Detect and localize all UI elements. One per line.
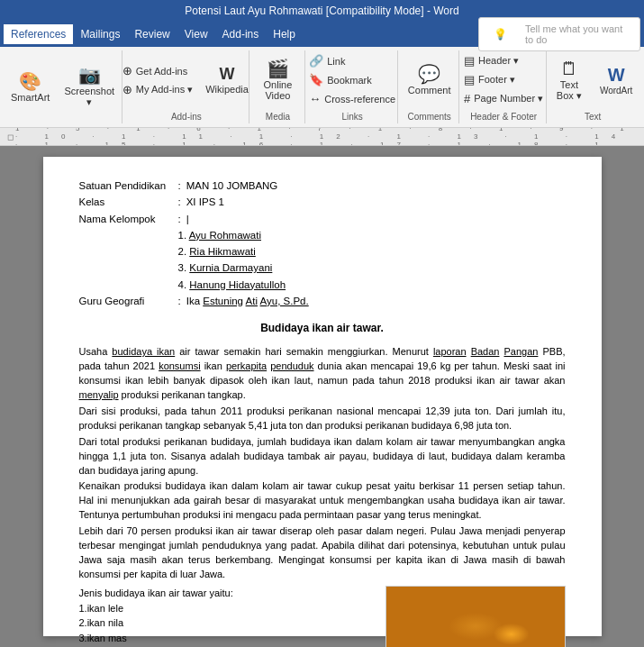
screenshot-icon: 📷 [78, 66, 101, 84]
list-title: Jenis budidaya ikan air tawar yaitu: [79, 586, 376, 601]
paragraph-4: Kenaikan produksi budidaya ikan dalam ko… [79, 479, 566, 523]
wordart-button[interactable]: W WordArt [594, 62, 639, 99]
header-footer-label: Header & Footer [470, 108, 537, 122]
document-title: Budidaya ikan air tawar. [79, 320, 566, 336]
cross-reference-icon: ↔ [309, 92, 321, 105]
paragraph-5: Lebih dari 70 persen produksi ikan air t… [79, 524, 566, 582]
bookmark-icon: 🔖 [309, 73, 323, 87]
list-section: Jenis budidaya ikan air tawar yaitu: 1.i… [79, 586, 376, 647]
menu-help[interactable]: Help [266, 24, 303, 44]
menu-view[interactable]: View [177, 24, 215, 44]
addins-label: Add-ins [171, 108, 202, 122]
ruler: ◻ · 2 · 1 · 1 · 1 · 1 · 2 · 1 · 3 · 1 · … [0, 128, 644, 146]
document-area: Satuan Pendidikan : MAN 10 JOMBANG Kelas… [0, 146, 644, 647]
smartart-icon: 🎨 [19, 72, 41, 90]
ribbon: 🎨 SmartArt 📷 Screenshot ▾ ⊕ Get Add-ins … [0, 47, 644, 128]
info-row-nama: Nama Kelompok : | [79, 212, 566, 227]
paragraph-3: Dari total produksi perikanan budidaya, … [79, 435, 566, 478]
ribbon-group-text: 🗒 TextBox ▾ W WordArt Text [549, 50, 637, 123]
comments-label: Comments [408, 108, 451, 122]
get-addins-icon: ⊕ [122, 64, 132, 77]
menu-mailings[interactable]: Mailings [73, 24, 127, 44]
footer-icon: ▤ [464, 73, 475, 87]
screenshot-button[interactable]: 📷 Screenshot ▾ [58, 62, 122, 112]
info-row-member3: 3. Kurnia Darmayani [79, 260, 566, 276]
header-icon: ▤ [464, 54, 475, 68]
ribbon-group-illustrations: 🎨 SmartArt 📷 Screenshot ▾ [7, 50, 122, 123]
ribbon-group-links: 🔗 Link 🔖 Bookmark ↔ Cross-reference Link… [307, 50, 399, 123]
ribbon-group-comments: 💬 Comment Comments [400, 50, 459, 123]
fish-image [385, 586, 566, 647]
fish-image-content [386, 587, 565, 647]
bookmark-button[interactable]: 🔖 Bookmark [305, 71, 399, 88]
info-row-satuan: Satuan Pendidikan : MAN 10 JOMBANG [79, 178, 566, 194]
my-addins-icon: ⊕ [122, 83, 132, 96]
wikipedia-button[interactable]: W Wikipedia [200, 62, 254, 98]
wikipedia-icon: W [220, 66, 235, 82]
comment-icon: 💬 [418, 65, 440, 83]
text-box-button[interactable]: 🗒 TextBox ▾ [548, 56, 591, 105]
ribbon-group-addins: ⊕ Get Add-ins ⊕ My Add-ins ▾ W Wikipedia… [124, 50, 249, 123]
menu-addins[interactable]: Add-ins [215, 24, 267, 44]
footer-button[interactable]: ▤ Footer ▾ [460, 71, 547, 88]
get-add-ins-button[interactable]: ⊕ Get Add-ins [119, 62, 196, 79]
menu-references[interactable]: References [4, 24, 73, 44]
title-text: Potensi Laut Ayu Rohmawati [Compatibilit… [185, 5, 458, 17]
menu-review[interactable]: Review [127, 24, 177, 44]
menu-bar: References Mailings Review View Add-ins … [0, 22, 644, 47]
paragraph-1: Usaha budidaya ikan air tawar semakin ha… [79, 345, 566, 403]
info-row-guru: Guru Geografi : Ika Estuning Ati Ayu, S.… [79, 294, 566, 309]
info-row-member1: 1. Ayu Rohmawati [79, 228, 566, 243]
tell-me-box[interactable]: 💡 Tell me what you want to do [478, 17, 640, 51]
comment-button[interactable]: 💬 Comment [403, 61, 457, 99]
ribbon-group-media: 🎬 OnlineVideo Media [251, 50, 305, 123]
ribbon-group-header-footer: ▤ Header ▾ ▤ Footer ▾ # Page Number ▾ He… [461, 50, 547, 123]
my-add-ins-button[interactable]: ⊕ My Add-ins ▾ [119, 81, 196, 98]
header-button[interactable]: ▤ Header ▾ [460, 52, 547, 69]
link-icon: 🔗 [309, 54, 323, 68]
list-item-2: 2.ikan nila [79, 615, 376, 631]
wordart-icon: W [608, 66, 625, 84]
online-video-button[interactable]: 🎬 OnlineVideo [256, 56, 299, 105]
page-number-icon: # [464, 92, 470, 105]
lightbulb-icon: 💡 [486, 24, 514, 44]
video-icon: 🎬 [267, 59, 289, 77]
document-info: Satuan Pendidikan : MAN 10 JOMBANG Kelas… [79, 178, 566, 309]
list-item-1: 1.ikan lele [79, 601, 376, 616]
text-box-icon: 🗒 [560, 59, 578, 77]
list-item-3: 3.ikan mas [79, 631, 376, 646]
info-row-member2: 2. Ria Hikmawati [79, 244, 566, 260]
text-label: Text [585, 108, 601, 122]
bottom-section: Jenis budidaya ikan air tawar yaitu: 1.i… [79, 586, 566, 647]
smartart-button[interactable]: 🎨 SmartArt [7, 68, 54, 106]
info-row-kelas: Kelas : XI IPS 1 [79, 195, 566, 210]
page-number-button[interactable]: # Page Number ▾ [460, 90, 547, 107]
paragraph-2: Dari sisi produksi, pada tahun 2011 prod… [79, 405, 566, 433]
info-row-member4: 4. Hanung Hidayatulloh [79, 278, 566, 293]
links-label: Links [341, 108, 362, 122]
media-label: Media [266, 108, 290, 122]
cross-reference-button[interactable]: ↔ Cross-reference [305, 90, 399, 107]
link-button[interactable]: 🔗 Link [305, 52, 399, 69]
document-page: Satuan Pendidikan : MAN 10 JOMBANG Kelas… [43, 157, 602, 636]
